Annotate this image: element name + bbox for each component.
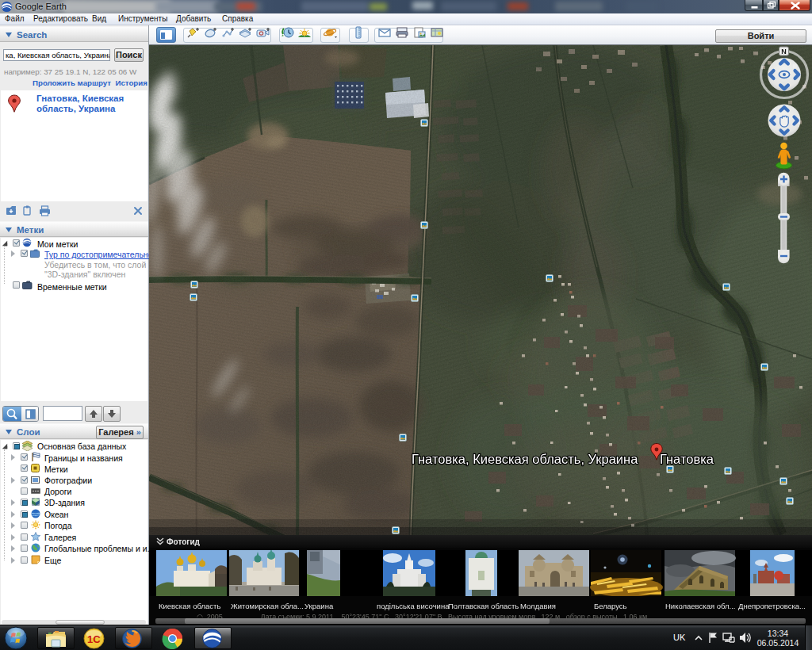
svg-text:Гнатовка, Киевская область, Ук: Гнатовка, Киевская область, Украина xyxy=(412,452,638,466)
svg-text:Гнатовка: Гнатовка xyxy=(660,452,714,466)
svg-text:1С: 1С xyxy=(87,633,101,645)
svg-text:N: N xyxy=(781,48,787,55)
